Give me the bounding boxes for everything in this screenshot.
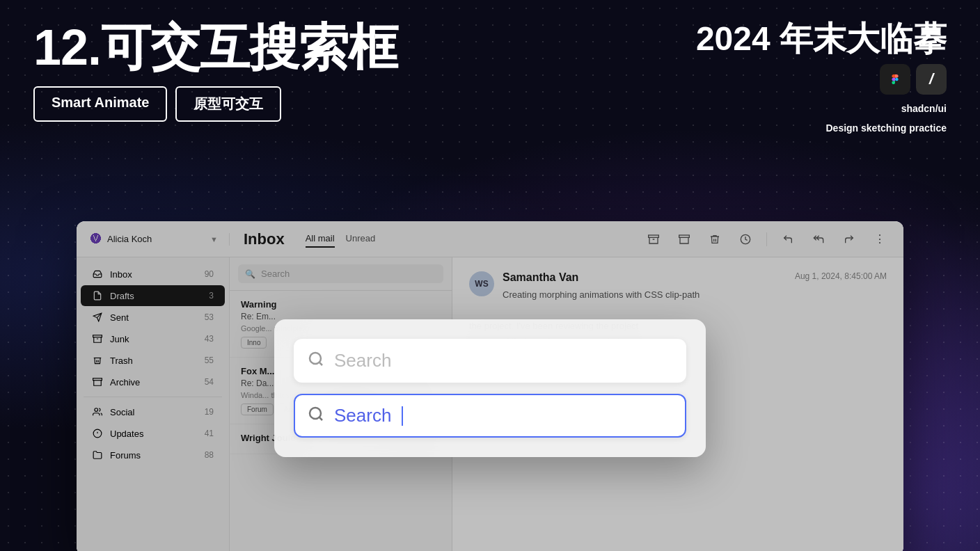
- email-window: 🅥 Alicia Koch ▼ Inbox All mail Unread: [77, 221, 903, 551]
- search-overlay: Search Search: [77, 221, 903, 551]
- badge-prototype: 原型可交互: [175, 86, 281, 122]
- design-sketching-label: Design sketching practice: [825, 122, 947, 134]
- badge-group: Smart Animate 原型可交互: [33, 86, 397, 122]
- search-placeholder-2: Search: [334, 405, 391, 426]
- tool-icons-group: /: [880, 64, 947, 95]
- figma-icon: [880, 64, 910, 95]
- svg-point-15: [310, 408, 321, 419]
- search-box-active[interactable]: Search: [294, 394, 686, 438]
- cursor: [402, 406, 403, 426]
- search-icon-1: [308, 351, 324, 372]
- main-title: 12.可交互搜索框: [33, 22, 397, 72]
- svg-point-13: [310, 353, 321, 364]
- shadcn-label: shadcn/ui: [901, 103, 947, 114]
- search-placeholder-1: Search: [334, 350, 391, 372]
- search-icon-2: [308, 406, 324, 426]
- svg-line-16: [319, 417, 322, 420]
- year-title: 2024 年末大临摹: [696, 22, 947, 56]
- badge-smart-animate: Smart Animate: [33, 86, 167, 122]
- svg-line-14: [319, 362, 322, 365]
- slash-icon: /: [916, 64, 947, 95]
- search-box-inactive[interactable]: Search: [294, 339, 686, 383]
- search-modal: Search Search: [274, 319, 706, 457]
